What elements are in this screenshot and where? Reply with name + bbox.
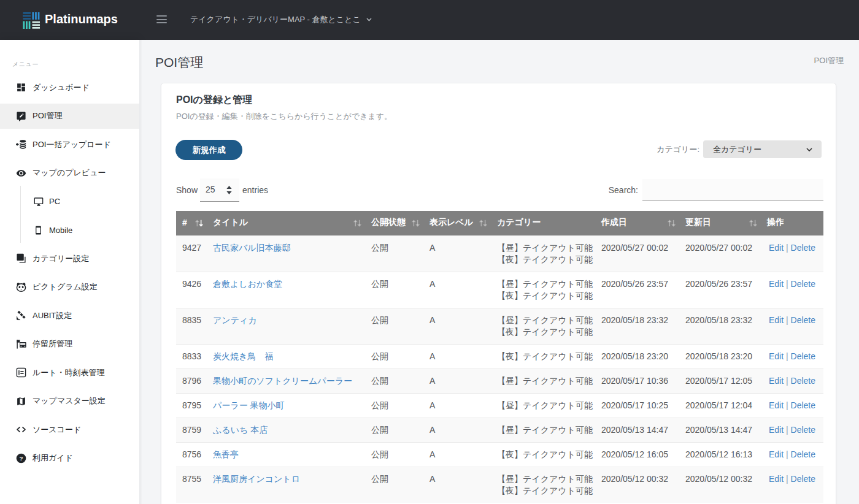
svg-text:?: ? bbox=[19, 455, 23, 462]
